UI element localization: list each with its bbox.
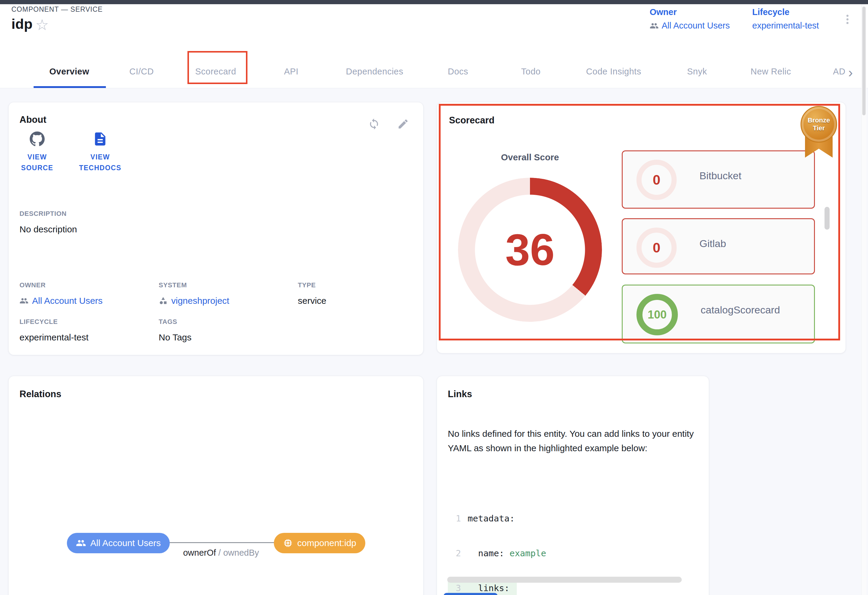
- field-system-value: vigneshproject: [171, 296, 229, 306]
- field-tags-label: TAGS: [159, 318, 192, 326]
- view-source-label: VIEW SOURCE: [18, 152, 57, 173]
- field-system: SYSTEM vigneshproject: [159, 281, 229, 306]
- tab-new-relic[interactable]: New Relic: [750, 67, 791, 77]
- about-title: About: [19, 114, 46, 125]
- header-owner-link[interactable]: All Account Users: [662, 21, 730, 31]
- scorecard-entry-bitbucket[interactable]: 0 Bitbucket: [622, 150, 815, 209]
- field-description-value: No description: [19, 224, 77, 234]
- field-lifecycle: LIFECYCLE experimental-test: [19, 318, 89, 342]
- chevron-right-icon[interactable]: ›: [848, 65, 853, 79]
- scorecard-entries-list: 0 Bitbucket 0 Gitlab 100 catalogScorecar…: [620, 150, 818, 347]
- tab-ad-truncated[interactable]: AD: [833, 67, 845, 77]
- field-type-value: service: [298, 296, 326, 306]
- relations-card: Relations ownerOf / ownedBy All Account …: [8, 376, 424, 595]
- header-owner: Owner All Account Users: [650, 7, 730, 31]
- scorecard-entry-gitlab[interactable]: 0 Gitlab: [622, 218, 815, 274]
- field-owner-label: OWNER: [19, 281, 103, 289]
- document-icon: [92, 131, 108, 147]
- header-lifecycle-label: Lifecycle: [752, 7, 819, 17]
- entry-score: 0: [652, 240, 660, 256]
- entity-page: COMPONENT — SERVICE idp ☆ Owner All Acco…: [0, 0, 868, 595]
- field-lifecycle-value: experimental-test: [19, 332, 89, 342]
- field-system-link[interactable]: vigneshproject: [159, 296, 229, 306]
- scorecard-title: Scorecard: [449, 115, 495, 126]
- relations-title: Relations: [19, 389, 62, 400]
- edge-label-separator: /: [216, 548, 223, 558]
- relation-node-owner-label: All Account Users: [90, 538, 161, 548]
- links-cutoff-button[interactable]: [444, 593, 497, 595]
- tab-docs[interactable]: Docs: [448, 67, 468, 77]
- entry-score: 0: [652, 172, 660, 188]
- chip-memory-icon: [283, 538, 293, 548]
- links-empty-text: No links defined for this entity. You ca…: [448, 426, 698, 455]
- field-system-label: SYSTEM: [159, 281, 229, 289]
- tab-todo[interactable]: Todo: [521, 67, 541, 77]
- score-ring: 0: [636, 160, 677, 200]
- field-owner-value: All Account Users: [32, 296, 103, 306]
- tab-api[interactable]: API: [284, 67, 298, 77]
- relation-edge-label: ownerOf / ownedBy: [167, 548, 275, 558]
- overall-score-gauge: 36: [458, 178, 602, 322]
- entry-name: Bitbucket: [700, 170, 741, 182]
- people-icon: [19, 296, 28, 305]
- entries-scrollbar-thumb[interactable]: [825, 207, 830, 229]
- field-description: DESCRIPTION No description: [19, 210, 77, 234]
- browser-top-bar: [0, 0, 868, 4]
- header-owner-label: Owner: [650, 7, 730, 17]
- more-options-kebab-icon[interactable]: [846, 13, 849, 25]
- score-ring: 0: [636, 228, 677, 268]
- entry-score: 100: [648, 308, 666, 321]
- view-source-action[interactable]: VIEW SOURCE: [18, 131, 57, 173]
- entry-name: catalogScorecard: [701, 304, 780, 316]
- badge-medal-icon: Bronze Tier: [800, 106, 837, 143]
- active-tab-underline: [34, 86, 106, 88]
- edge-label-ownedby: ownedBy: [223, 548, 259, 558]
- edit-pencil-icon[interactable]: [397, 118, 409, 130]
- links-title: Links: [448, 389, 472, 400]
- header-lifecycle: Lifecycle experimental-test: [752, 7, 819, 31]
- system-category-icon: [159, 296, 168, 305]
- scorecard-entry-catalogscorecard[interactable]: 100 catalogScorecard: [622, 284, 815, 343]
- relation-node-component[interactable]: component:idp: [274, 533, 365, 553]
- favorite-star-icon[interactable]: ☆: [35, 18, 49, 33]
- field-lifecycle-label: LIFECYCLE: [19, 318, 89, 326]
- field-description-label: DESCRIPTION: [19, 210, 77, 218]
- view-techdocs-action[interactable]: VIEW TECHDOCS: [72, 131, 129, 173]
- field-type-label: TYPE: [298, 281, 326, 289]
- breadcrumb: COMPONENT — SERVICE: [12, 5, 103, 13]
- code-line: 2 name: example: [448, 546, 685, 561]
- people-icon: [650, 21, 658, 30]
- tab-dependencies[interactable]: Dependencies: [346, 67, 403, 77]
- tab-snyk[interactable]: Snyk: [687, 67, 707, 77]
- tab-overview[interactable]: Overview: [50, 67, 89, 77]
- header-lifecycle-value: experimental-test: [752, 21, 819, 31]
- github-icon: [30, 131, 45, 147]
- tab-cicd[interactable]: CI/CD: [129, 67, 154, 77]
- field-type: TYPE service: [298, 281, 326, 306]
- field-tags: TAGS No Tags: [159, 318, 192, 342]
- badge-label: Bronze Tier: [805, 117, 832, 132]
- relation-node-component-label: component:idp: [297, 538, 356, 548]
- overall-score-label: Overall Score: [485, 152, 575, 163]
- about-card: About VIEW SOURCE VIEW TECHDOCS DESCRIPT…: [8, 102, 424, 355]
- score-ring: 100: [636, 294, 678, 335]
- code-horizontal-scrollbar-thumb[interactable]: [447, 577, 682, 583]
- scorecard-tab-annotation-box: [187, 51, 248, 84]
- page-scrollbar-thumb[interactable]: [862, 7, 866, 115]
- refresh-icon[interactable]: [368, 118, 380, 130]
- field-tags-value: No Tags: [159, 332, 192, 342]
- field-owner: OWNER All Account Users: [19, 281, 103, 306]
- tab-code-insights[interactable]: Code Insights: [586, 67, 641, 77]
- relation-edge-line: [167, 542, 275, 543]
- edge-label-ownerof: ownerOf: [183, 548, 216, 558]
- scorecard-card: Scorecard Bronze Tier Overall Score 36 0…: [437, 102, 846, 353]
- field-owner-link[interactable]: All Account Users: [19, 296, 103, 306]
- links-card: Links No links defined for this entity. …: [437, 376, 709, 595]
- relation-node-owner[interactable]: All Account Users: [67, 533, 170, 553]
- code-line: 1metadata:: [448, 511, 685, 525]
- entry-name: Gitlab: [700, 238, 726, 249]
- overall-score-value: 36: [458, 178, 602, 322]
- page-title: idp: [12, 16, 32, 32]
- people-icon: [76, 538, 86, 548]
- view-techdocs-label: VIEW TECHDOCS: [72, 152, 129, 173]
